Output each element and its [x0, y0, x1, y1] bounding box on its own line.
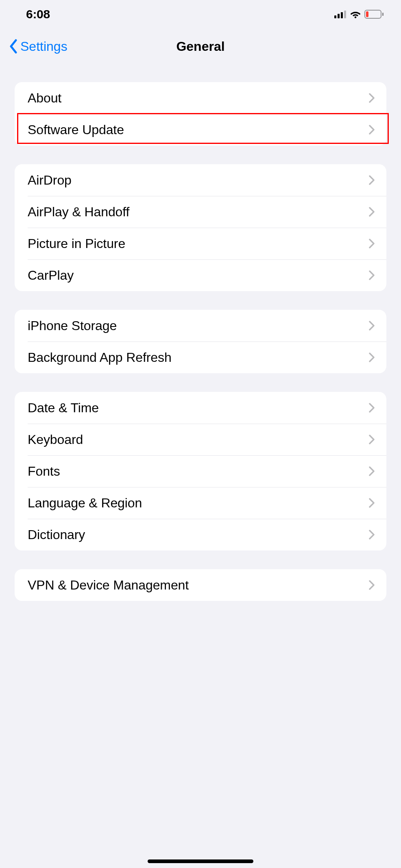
chevron-right-icon — [368, 402, 375, 413]
row-iphone-storage[interactable]: iPhone Storage — [15, 310, 386, 342]
row-label: Fonts — [28, 464, 60, 479]
row-label: iPhone Storage — [28, 318, 117, 333]
chevron-right-icon — [368, 93, 375, 103]
status-time: 6:08 — [26, 7, 50, 21]
status-bar: 6:08 — [0, 0, 401, 28]
row-label: Picture in Picture — [28, 236, 125, 251]
row-label: Keyboard — [28, 432, 83, 447]
chevron-right-icon — [368, 434, 375, 445]
home-indicator[interactable] — [148, 859, 253, 863]
chevron-right-icon — [368, 580, 375, 590]
chevron-left-icon — [9, 39, 18, 54]
row-airdrop[interactable]: AirDrop — [15, 164, 386, 196]
row-fonts[interactable]: Fonts — [15, 455, 386, 487]
row-airplay-handoff[interactable]: AirPlay & Handoff — [15, 196, 386, 228]
back-button[interactable]: Settings — [9, 39, 68, 54]
row-label: Language & Region — [28, 496, 142, 511]
chevron-right-icon — [368, 320, 375, 331]
chevron-right-icon — [368, 498, 375, 508]
settings-group: Date & TimeKeyboardFontsLanguage & Regio… — [15, 392, 386, 550]
row-label: AirDrop — [28, 173, 72, 188]
row-label: VPN & Device Management — [28, 578, 189, 593]
chevron-right-icon — [368, 175, 375, 185]
cellular-signal-icon — [334, 10, 347, 18]
svg-rect-0 — [334, 15, 336, 18]
settings-group: AirDropAirPlay & HandoffPicture in Pictu… — [15, 164, 386, 291]
row-label: CarPlay — [28, 268, 74, 283]
wifi-icon — [350, 10, 361, 18]
row-label: Dictionary — [28, 527, 85, 542]
svg-rect-7 — [382, 13, 384, 16]
settings-group: iPhone StorageBackground App Refresh — [15, 310, 386, 373]
row-software-update[interactable]: Software Update — [15, 114, 386, 146]
settings-group: VPN & Device Management — [15, 569, 386, 601]
row-label: Software Update — [28, 122, 124, 137]
row-label: Background App Refresh — [28, 350, 172, 365]
svg-rect-3 — [344, 11, 346, 18]
row-label: About — [28, 91, 61, 106]
status-indicators — [334, 10, 384, 19]
chevron-right-icon — [368, 207, 375, 217]
row-picture-in-picture[interactable]: Picture in Picture — [15, 228, 386, 259]
row-label: Date & Time — [28, 400, 99, 416]
page-title: General — [176, 39, 224, 54]
settings-group: AboutSoftware Update — [15, 82, 386, 146]
back-label: Settings — [20, 39, 68, 54]
row-background-app-refresh[interactable]: Background App Refresh — [15, 342, 386, 373]
settings-content: AboutSoftware UpdateAirDropAirPlay & Han… — [0, 82, 401, 601]
row-language-region[interactable]: Language & Region — [15, 487, 386, 519]
chevron-right-icon — [368, 238, 375, 249]
svg-rect-2 — [341, 12, 343, 18]
svg-point-4 — [355, 16, 357, 18]
chevron-right-icon — [368, 529, 375, 540]
svg-rect-6 — [366, 11, 368, 17]
row-about[interactable]: About — [15, 82, 386, 114]
row-vpn-device-management[interactable]: VPN & Device Management — [15, 569, 386, 601]
chevron-right-icon — [368, 466, 375, 476]
svg-rect-1 — [338, 14, 340, 18]
row-dictionary[interactable]: Dictionary — [15, 519, 386, 550]
chevron-right-icon — [368, 270, 375, 281]
row-keyboard[interactable]: Keyboard — [15, 424, 386, 455]
chevron-right-icon — [368, 124, 375, 135]
row-carplay[interactable]: CarPlay — [15, 259, 386, 291]
row-label: AirPlay & Handoff — [28, 204, 129, 220]
navigation-bar: Settings General — [0, 28, 401, 64]
row-date-time[interactable]: Date & Time — [15, 392, 386, 424]
chevron-right-icon — [368, 352, 375, 363]
battery-low-icon — [364, 10, 384, 19]
